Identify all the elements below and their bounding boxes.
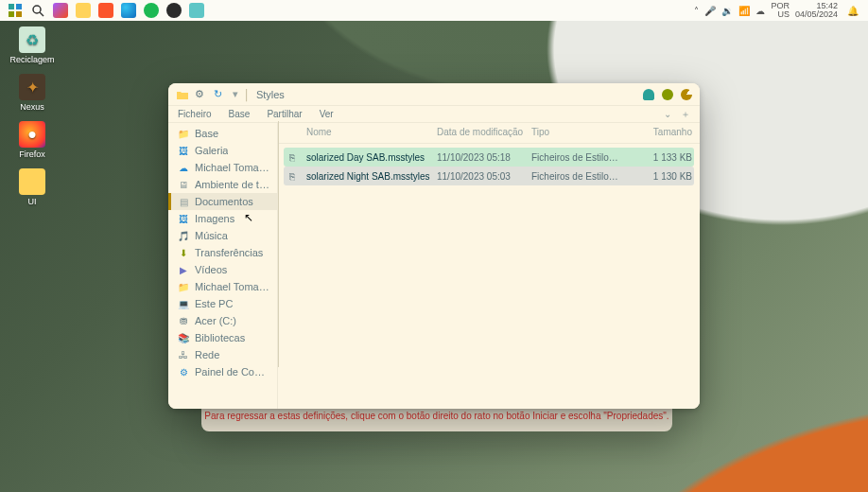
file-size: 1 130 KB: [626, 171, 692, 182]
image-icon: 🖼: [178, 145, 189, 156]
menu-share[interactable]: Partilhar: [267, 109, 302, 119]
explorer-icon[interactable]: [76, 3, 91, 18]
file-rows: ⎘solarized Day SAB.msstyles11/10/2023 05…: [278, 144, 700, 189]
file-date: 11/10/2023 05:03: [437, 171, 531, 182]
file-type: Ficheiros de Estilo…: [531, 171, 626, 182]
file-list-pane: Nome Data de modificação Tipo Tamanho ⎘s…: [278, 123, 700, 409]
sidebar-item[interactable]: 📚Bibliotecas: [168, 329, 277, 346]
window-pacman-icon[interactable]: [681, 89, 692, 100]
sidebar-item-label: Música: [195, 230, 228, 241]
firefox-icon: ●: [19, 121, 45, 148]
tray-chevron-icon[interactable]: ˄: [694, 6, 699, 16]
folder-icon: [19, 168, 45, 195]
desktop-icon-label: Reciclagem: [4, 55, 61, 64]
sidebar-item[interactable]: ☁Michael Tomas - Pess…: [168, 159, 277, 176]
sidebar-item-label: Transferências: [195, 247, 263, 258]
window-ghost-icon[interactable]: [662, 89, 673, 100]
new-tab-icon[interactable]: ＋: [681, 108, 690, 121]
app-figma-icon[interactable]: [53, 3, 68, 18]
window-ghost-icon[interactable]: [643, 89, 654, 100]
sidebar-item[interactable]: 📁Michael Tomas Muan…: [168, 278, 277, 295]
taskbar: ˄ 🎤 🔉 📶 ☁ POR US 15:42 04/05/2024 🔔: [0, 0, 868, 21]
desktop[interactable]: ˄ 🎤 🔉 📶 ☁ POR US 15:42 04/05/2024 🔔 ♻ Re…: [0, 0, 868, 492]
taskbar-pinned-apps: [8, 3, 204, 18]
folder-icon: 📁: [178, 281, 189, 292]
notifications-icon[interactable]: 🔔: [847, 6, 859, 16]
tray-wifi-icon[interactable]: 📶: [738, 6, 750, 16]
menu-view[interactable]: Ver: [320, 109, 334, 119]
sidebar-item-label: Este PC: [195, 298, 233, 309]
desktop-icon-firefox[interactable]: ● Firefox: [4, 121, 61, 159]
desktop-icon-label: UI: [4, 197, 61, 206]
sidebar-item-label: Acer (C:): [195, 315, 236, 326]
col-type[interactable]: Tipo: [531, 127, 626, 137]
col-date[interactable]: Data de modificação: [437, 127, 531, 137]
sidebar-item[interactable]: ⬇Transferências: [168, 244, 277, 261]
tray-mic-icon[interactable]: 🎤: [704, 6, 716, 16]
titlebar[interactable]: ⚙ ↻ ▾ │ Styles: [168, 83, 700, 106]
edge-icon[interactable]: [121, 3, 136, 18]
sidebar-item[interactable]: 🎵Música: [168, 227, 277, 244]
nexus-icon: ✦: [19, 74, 45, 100]
file-name: solarized Night SAB.msstyles: [306, 171, 437, 182]
spotify-icon[interactable]: [144, 3, 159, 18]
sidebar-item-label: Imagens: [195, 213, 234, 224]
reader-icon[interactable]: [189, 3, 204, 18]
ribbon-chevron-icon[interactable]: ⌄: [664, 109, 671, 119]
desktop-icon-ui-folder[interactable]: UI: [4, 168, 61, 206]
refresh-icon[interactable]: ↻: [214, 88, 227, 101]
sidebar-item[interactable]: 🖼Galeria: [168, 142, 277, 159]
brave-icon[interactable]: [98, 3, 113, 18]
titlebar-separator: │: [244, 89, 251, 100]
tray-clock[interactable]: 15:42 04/05/2024: [795, 2, 838, 19]
tray-lang-bot: US: [771, 10, 790, 19]
tray-vol-icon[interactable]: 🔉: [721, 6, 733, 16]
cloud-icon: ☁: [178, 162, 189, 173]
file-type: Ficheiros de Estilo…: [531, 152, 626, 163]
sidebar-item[interactable]: 📁Base: [168, 125, 277, 142]
svg-rect-1: [16, 4, 22, 9]
sidebar-item[interactable]: ▤Documentos: [168, 193, 277, 210]
tray-cloud-icon[interactable]: ☁: [755, 6, 765, 16]
col-size[interactable]: Tamanho: [626, 127, 692, 137]
file-date: 11/10/2023 05:18: [437, 152, 531, 163]
desktop-icon-recycle-bin[interactable]: ♻ Reciclagem: [4, 26, 61, 64]
menu-file[interactable]: Ficheiro: [178, 109, 212, 119]
desktop-icon: 🖥: [178, 179, 189, 190]
col-name[interactable]: Nome: [306, 127, 437, 137]
start-button[interactable]: [8, 3, 23, 18]
sidebar-item[interactable]: 🖥Ambiente de trabalh…: [168, 176, 277, 193]
desktop-icon-nexus[interactable]: ✦ Nexus: [4, 74, 61, 112]
sidebar-item-label: Michael Tomas Muan…: [195, 281, 269, 292]
menu-home[interactable]: Base: [229, 109, 251, 119]
net-icon: 🖧: [178, 349, 189, 360]
file-row[interactable]: ⎘solarized Day SAB.msstyles11/10/2023 05…: [284, 148, 694, 167]
sidebar-item-label: Painel de Controlo: [195, 366, 269, 378]
sidebar-item[interactable]: ⚙Painel de Controlo: [168, 363, 277, 380]
sidebar-item[interactable]: ⛃Acer (C:): [168, 312, 277, 329]
music-icon: 🎵: [178, 230, 189, 241]
sidebar-item[interactable]: 🖧Rede: [168, 346, 277, 363]
sidebar-item-label: Vídeos: [195, 264, 227, 275]
video-icon: ▶: [178, 264, 189, 275]
svg-line-5: [40, 12, 43, 16]
column-headers: Nome Data de modificação Tipo Tamanho: [278, 123, 700, 144]
sidebar-item[interactable]: ▶Vídeos: [168, 261, 277, 278]
recycle-bin-icon: ♻: [19, 26, 45, 53]
msstyles-file-icon: ⎘: [286, 169, 299, 183]
file-explorer-window: ⚙ ↻ ▾ │ Styles Ficheiro Base Partilhar V…: [168, 83, 700, 409]
file-row[interactable]: ⎘solarized Night SAB.msstyles11/10/2023 …: [284, 167, 694, 185]
sidebar-item[interactable]: 🖼Imagens: [168, 210, 277, 227]
properties-icon[interactable]: ⚙: [195, 88, 208, 101]
sidebar-item[interactable]: 💻Este PC: [168, 295, 277, 312]
search-icon[interactable]: [30, 3, 45, 18]
pc-icon: 💻: [178, 298, 189, 309]
tray-language[interactable]: POR US: [771, 2, 790, 19]
folder-icon: 📁: [178, 128, 189, 139]
sidebar-item-label: Ambiente de trabalh…: [195, 179, 269, 190]
titlebar-dropdown-icon[interactable]: ▾: [233, 88, 238, 100]
svg-rect-3: [16, 11, 22, 17]
svg-point-4: [33, 6, 41, 13]
obs-icon[interactable]: [166, 3, 182, 18]
sidebar-item-label: Galeria: [195, 145, 228, 156]
